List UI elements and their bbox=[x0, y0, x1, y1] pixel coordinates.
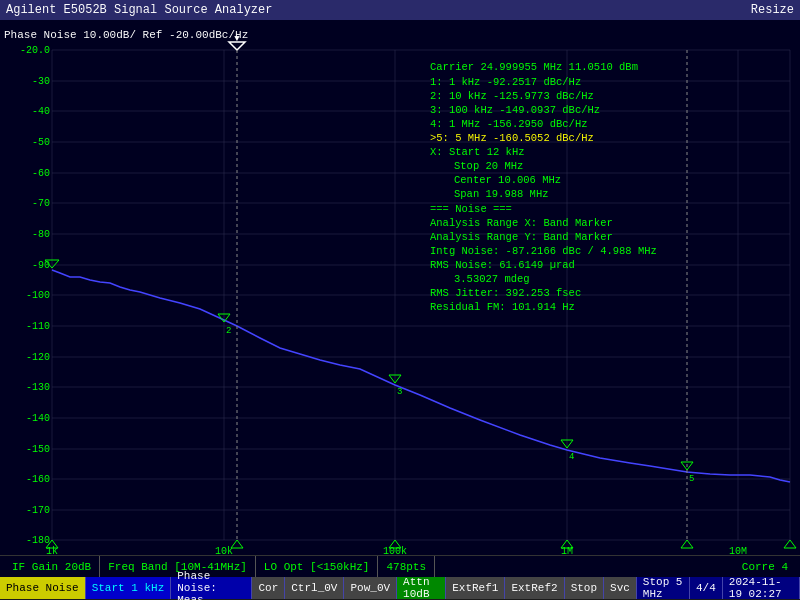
svg-text:4: 4 bbox=[569, 452, 574, 462]
svg-text:-90: -90 bbox=[32, 260, 50, 271]
svg-text:-170: -170 bbox=[26, 505, 50, 516]
svg-text:-110: -110 bbox=[26, 321, 50, 332]
svg-text:Analysis Range X: Band Marker: Analysis Range X: Band Marker bbox=[430, 217, 613, 229]
main-area: -20.0 -30 -40 -50 -60 -70 -80 -90 -100 -… bbox=[0, 20, 800, 555]
svg-text:10M: 10M bbox=[729, 546, 747, 555]
title-bar: Agilent E5052B Signal Source Analyzer Re… bbox=[0, 0, 800, 20]
svg-text:-60: -60 bbox=[32, 168, 50, 179]
svg-text:Analysis Range Y: Band Marker: Analysis Range Y: Band Marker bbox=[430, 231, 613, 243]
svg-text:X:  Start 12 kHz: X: Start 12 kHz bbox=[430, 146, 525, 158]
extref2-button[interactable]: ExtRef2 bbox=[505, 577, 564, 599]
svg-text:Span 19.988 MHz: Span 19.988 MHz bbox=[454, 188, 549, 200]
svg-text:>5:    5 MHz   -160.5052  dBc/: >5: 5 MHz -160.5052 dBc/Hz bbox=[430, 132, 594, 144]
svg-text:-50: -50 bbox=[32, 137, 50, 148]
cor-button[interactable]: Cor bbox=[252, 577, 285, 599]
svg-text:10k: 10k bbox=[215, 546, 233, 555]
svg-text:-180: -180 bbox=[26, 535, 50, 546]
phase-noise-button[interactable]: Phase Noise bbox=[0, 577, 86, 599]
svg-text:-120: -120 bbox=[26, 352, 50, 363]
stop-button[interactable]: Stop bbox=[565, 577, 604, 599]
svg-text:-150: -150 bbox=[26, 444, 50, 455]
resize-button[interactable]: Resize bbox=[751, 3, 794, 17]
svg-text:3.53027 mdeg: 3.53027 mdeg bbox=[454, 273, 530, 285]
meas-button[interactable]: Phase Noise: Meas bbox=[171, 577, 252, 599]
svg-text:1k: 1k bbox=[46, 546, 58, 555]
svg-text:Intg Noise: -87.2166 dBc / 4.9: Intg Noise: -87.2166 dBc / 4.988 MHz bbox=[430, 245, 657, 257]
start-freq-button[interactable]: Start 1 kHz bbox=[86, 577, 172, 599]
svg-text:-70: -70 bbox=[32, 198, 50, 209]
chart-title: Phase Noise 10.00dB/ Ref -20.00dBc/Hz bbox=[4, 29, 248, 41]
lo-opt-status: LO Opt [<150kHz] bbox=[256, 556, 379, 577]
svg-text:3:  100 kHz   -149.0937  dBc/H: 3: 100 kHz -149.0937 dBc/Hz bbox=[430, 104, 600, 116]
svg-text:-40: -40 bbox=[32, 106, 50, 117]
svg-text:-80: -80 bbox=[32, 229, 50, 240]
svg-text:▼: ▼ bbox=[234, 34, 240, 44]
svc-button[interactable]: Svc bbox=[604, 577, 637, 599]
app-title: Agilent E5052B Signal Source Analyzer bbox=[6, 3, 272, 17]
extref1-button[interactable]: ExtRef1 bbox=[446, 577, 505, 599]
stop-freq-label: Stop 5 MHz bbox=[637, 577, 690, 599]
svg-text:1:    1 kHz    -92.2517  dBc/H: 1: 1 kHz -92.2517 dBc/Hz bbox=[430, 76, 581, 88]
corre-status: Corre 4 bbox=[734, 556, 796, 577]
svg-text:2:   10 kHz   -125.9773  dBc/H: 2: 10 kHz -125.9773 dBc/Hz bbox=[430, 90, 594, 102]
pow-button[interactable]: Pow_0V bbox=[344, 577, 397, 599]
svg-text:-30: -30 bbox=[32, 76, 50, 87]
svg-text:5: 5 bbox=[689, 474, 694, 484]
svg-text:RMS Jitter: 392.253 fsec: RMS Jitter: 392.253 fsec bbox=[430, 287, 581, 299]
if-gain-status: IF Gain 20dB bbox=[4, 556, 100, 577]
status-bar: IF Gain 20dB Freq Band [10M-41MHz] LO Op… bbox=[0, 555, 800, 577]
svg-text:Residual FM: 101.914 Hz: Residual FM: 101.914 Hz bbox=[430, 301, 575, 313]
fraction-label: 4/4 bbox=[690, 577, 723, 599]
svg-text:4:    1 MHz   -156.2950  dBc/H: 4: 1 MHz -156.2950 dBc/Hz bbox=[430, 118, 588, 130]
svg-text:-20.0: -20.0 bbox=[20, 45, 50, 56]
datetime-label: 2024-11-19 02:27 bbox=[723, 577, 800, 599]
svg-text:Carrier 24.999955 MHz    11.05: Carrier 24.999955 MHz 11.0510 dBm bbox=[430, 61, 638, 73]
svg-text:Center 10.006 MHz: Center 10.006 MHz bbox=[454, 174, 561, 186]
svg-text:3: 3 bbox=[397, 387, 402, 397]
svg-text:-140: -140 bbox=[26, 413, 50, 424]
ctrl-button[interactable]: Ctrl_0V bbox=[285, 577, 344, 599]
svg-text:2: 2 bbox=[226, 326, 231, 336]
svg-text:-100: -100 bbox=[26, 290, 50, 301]
pts-status: 478pts bbox=[378, 556, 435, 577]
attn-button[interactable]: Attn 10dB bbox=[397, 577, 446, 599]
svg-text:1M: 1M bbox=[561, 546, 573, 555]
svg-text:-160: -160 bbox=[26, 474, 50, 485]
bottom-toolbar: Phase Noise Start 1 kHz Phase Noise: Mea… bbox=[0, 577, 800, 599]
svg-text:=== Noise ===: === Noise === bbox=[430, 203, 512, 215]
chart-svg: -20.0 -30 -40 -50 -60 -70 -80 -90 -100 -… bbox=[0, 20, 800, 555]
svg-text:Stop 20 MHz: Stop 20 MHz bbox=[454, 160, 523, 172]
svg-text:100k: 100k bbox=[383, 546, 407, 555]
svg-text:RMS Noise: 61.6149 µrad: RMS Noise: 61.6149 µrad bbox=[430, 259, 575, 271]
svg-text:-130: -130 bbox=[26, 382, 50, 393]
